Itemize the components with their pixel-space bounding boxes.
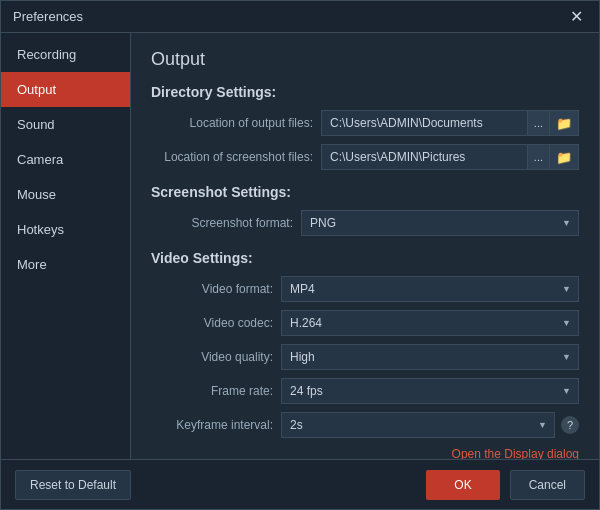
title-bar: Preferences ✕ [1,1,599,33]
screenshot-path-input[interactable] [321,144,528,170]
framerate-label: Frame rate: [151,384,281,398]
folder-icon: 📁 [556,116,572,131]
screenshot-path-group: ... 📁 [321,144,579,170]
output-files-row: Location of output files: ... 📁 [151,110,579,136]
display-dialog-row: Open the Display dialog [151,446,579,459]
sidebar-item-mouse[interactable]: Mouse [1,177,130,212]
video-format-select[interactable]: MP4 AVI MOV [281,276,579,302]
framerate-select-wrapper: 24 fps 30 fps 60 fps [281,378,579,404]
screenshot-format-row: Screenshot format: PNG JPG BMP [151,210,579,236]
screenshot-settings-title: Screenshot Settings: [151,184,579,200]
sidebar-item-output[interactable]: Output [1,72,130,107]
screenshot-files-label: Location of screenshot files: [151,150,321,164]
reset-button[interactable]: Reset to Default [15,470,131,500]
output-path-group: ... 📁 [321,110,579,136]
video-quality-select-wrapper: High Medium Low [281,344,579,370]
folder-icon-2: 📁 [556,150,572,165]
screenshot-dots-button[interactable]: ... [528,144,550,170]
sidebar-item-more[interactable]: More [1,247,130,282]
keyframe-select[interactable]: 2s 5s 10s [281,412,555,438]
footer: Reset to Default OK Cancel [1,459,599,509]
sidebar-item-camera[interactable]: Camera [1,142,130,177]
sidebar-item-recording[interactable]: Recording [1,37,130,72]
display-dialog-link[interactable]: Open the Display dialog [452,447,579,459]
sidebar: Recording Output Sound Camera Mouse Hotk… [1,33,131,459]
output-folder-button[interactable]: 📁 [550,110,579,136]
cancel-button[interactable]: Cancel [510,470,585,500]
video-codec-label: Video codec: [151,316,281,330]
framerate-select[interactable]: 24 fps 30 fps 60 fps [281,378,579,404]
screenshot-folder-button[interactable]: 📁 [550,144,579,170]
close-button[interactable]: ✕ [566,9,587,25]
video-format-label: Video format: [151,282,281,296]
screenshot-format-select-wrapper: PNG JPG BMP [301,210,579,236]
video-format-select-wrapper: MP4 AVI MOV [281,276,579,302]
video-format-row: Video format: MP4 AVI MOV [151,276,579,302]
keyframe-select-wrapper: 2s 5s 10s [281,412,555,438]
preferences-window: Preferences ✕ Recording Output Sound Cam… [0,0,600,510]
video-quality-label: Video quality: [151,350,281,364]
screenshot-format-label: Screenshot format: [151,216,301,230]
keyframe-label: Keyframe interval: [151,418,281,432]
video-codec-select[interactable]: H.264 H.265 VP9 [281,310,579,336]
sidebar-item-sound[interactable]: Sound [1,107,130,142]
screenshot-format-select[interactable]: PNG JPG BMP [301,210,579,236]
output-dots-button[interactable]: ... [528,110,550,136]
output-path-input[interactable] [321,110,528,136]
framerate-row: Frame rate: 24 fps 30 fps 60 fps [151,378,579,404]
video-codec-row: Video codec: H.264 H.265 VP9 [151,310,579,336]
main-content: Recording Output Sound Camera Mouse Hotk… [1,33,599,459]
ok-button[interactable]: OK [426,470,499,500]
screenshot-files-row: Location of screenshot files: ... 📁 [151,144,579,170]
keyframe-row: Keyframe interval: 2s 5s 10s ? [151,412,579,438]
video-codec-select-wrapper: H.264 H.265 VP9 [281,310,579,336]
window-title: Preferences [13,9,83,24]
page-title: Output [151,49,579,70]
video-quality-row: Video quality: High Medium Low [151,344,579,370]
video-settings-title: Video Settings: [151,250,579,266]
keyframe-help-icon[interactable]: ? [561,416,579,434]
footer-right: OK Cancel [426,470,585,500]
video-quality-select[interactable]: High Medium Low [281,344,579,370]
content-area: Output Directory Settings: Location of o… [131,33,599,459]
directory-settings-title: Directory Settings: [151,84,579,100]
output-files-label: Location of output files: [151,116,321,130]
sidebar-item-hotkeys[interactable]: Hotkeys [1,212,130,247]
